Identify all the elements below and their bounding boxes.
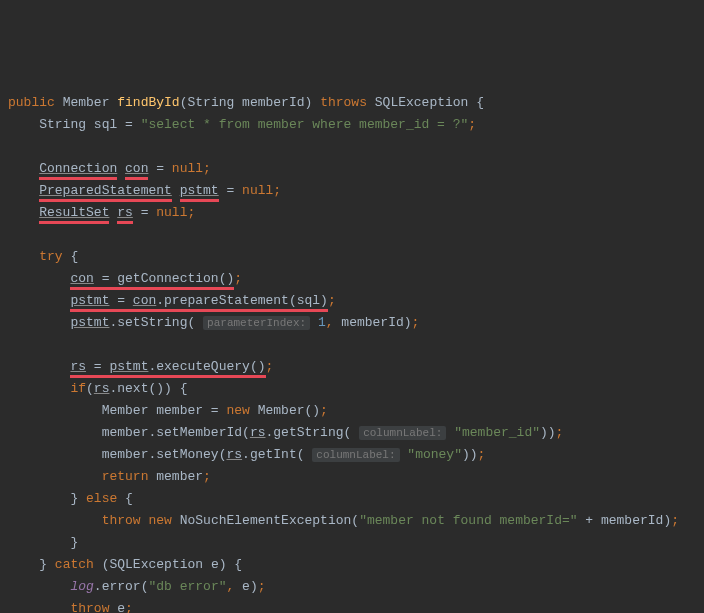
keyword-catch: catch xyxy=(55,557,94,572)
call-setString: setString xyxy=(117,315,187,330)
call-setMemberId: setMemberId xyxy=(156,425,242,440)
param-memberId: memberId xyxy=(242,95,304,110)
null-2: null xyxy=(242,183,273,198)
type-string2: String xyxy=(39,117,86,132)
pstmt-ref: pstmt xyxy=(70,315,109,330)
pstmt-ref2: pstmt xyxy=(109,359,148,374)
hint-col1: columnLabel: xyxy=(359,426,446,440)
sql-string: "select * from member where member_id = … xyxy=(141,117,469,132)
rs-ref2: rs xyxy=(250,425,266,440)
type-sqlexception: SQLException xyxy=(375,95,469,110)
str-memberid: "member_id" xyxy=(454,425,540,440)
null-1: null xyxy=(172,161,203,176)
hint-col2: columnLabel: xyxy=(312,448,399,462)
call-error: error xyxy=(102,579,141,594)
keyword-new: new xyxy=(226,403,249,418)
rs-assign: rs xyxy=(70,359,86,374)
type-prepared: PreparedStatement xyxy=(39,183,172,198)
sql-arg: sql xyxy=(297,293,320,308)
e-arg: e xyxy=(242,579,250,594)
member-ref2: member xyxy=(102,447,149,462)
keyword-new2: new xyxy=(148,513,171,528)
call-getInt: getInt xyxy=(250,447,297,462)
call-executeQuery: executeQuery xyxy=(156,359,250,374)
ctor-member: Member xyxy=(258,403,305,418)
str-money: "money" xyxy=(407,447,462,462)
memberId-cat: memberId xyxy=(601,513,663,528)
type-nosuch: NoSuchElementException xyxy=(180,513,352,528)
call-prepareStatement: prepareStatement xyxy=(164,293,289,308)
var-member: member xyxy=(156,403,203,418)
var-rs: rs xyxy=(117,205,133,220)
keyword-try: try xyxy=(39,249,62,264)
str-dberror: "db error" xyxy=(148,579,226,594)
type-resultset: ResultSet xyxy=(39,205,109,220)
e-throw: e xyxy=(117,601,125,613)
memberId-arg: memberId xyxy=(341,315,403,330)
type-member2: Member xyxy=(102,403,149,418)
member-ret: member xyxy=(156,469,203,484)
var-sql: sql xyxy=(94,117,117,132)
pstmt-assign: pstmt xyxy=(70,293,109,308)
null-3: null xyxy=(156,205,187,220)
var-e: e xyxy=(211,557,219,572)
type-string: String xyxy=(187,95,234,110)
call-getString: getString xyxy=(273,425,343,440)
type-member: Member xyxy=(63,95,110,110)
var-log: log xyxy=(70,579,93,594)
method-name: findById xyxy=(117,95,179,110)
keyword-if: if xyxy=(70,381,86,396)
keyword-public: public xyxy=(8,95,55,110)
num-1: 1 xyxy=(318,315,326,330)
call-next: next xyxy=(117,381,148,396)
keyword-return: return xyxy=(102,469,149,484)
var-pstmt: pstmt xyxy=(180,183,219,198)
keyword-else: else xyxy=(86,491,117,506)
type-sqlex2: SQLException xyxy=(109,557,203,572)
rs-ref3: rs xyxy=(226,447,242,462)
call-getConnection: getConnection xyxy=(117,271,218,286)
type-connection: Connection xyxy=(39,161,117,176)
brace-open: { xyxy=(476,95,484,110)
member-ref1: member xyxy=(102,425,149,440)
keyword-throws: throws xyxy=(320,95,367,110)
var-con: con xyxy=(125,161,148,176)
str-notfound: "member not found memberId=" xyxy=(359,513,577,528)
con-assign: con xyxy=(70,271,93,286)
rs-ref: rs xyxy=(94,381,110,396)
keyword-throw: throw xyxy=(102,513,141,528)
call-setMoney: setMoney xyxy=(156,447,218,462)
keyword-throw2: throw xyxy=(70,601,109,613)
code-editor: public Member findById(String memberId) … xyxy=(8,92,696,613)
con-ref: con xyxy=(133,293,156,308)
hint-paramIndex: parameterIndex: xyxy=(203,316,310,330)
